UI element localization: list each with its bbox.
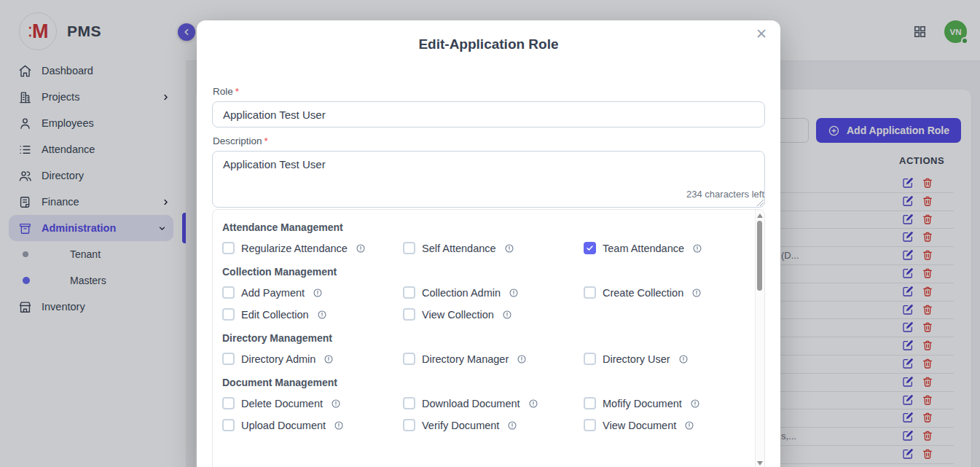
checkbox-label: Directory Admin bbox=[241, 353, 315, 365]
checkbox[interactable] bbox=[584, 397, 596, 409]
info-icon[interactable] bbox=[509, 288, 519, 298]
info-icon[interactable] bbox=[324, 354, 334, 364]
section-title-document: Document Management bbox=[222, 377, 755, 388]
section-title-attendance: Attendance Management bbox=[222, 221, 755, 233]
checkbox[interactable] bbox=[222, 419, 235, 431]
checkbox-grid: Directory Admin Directory Manager Direct… bbox=[222, 353, 755, 365]
description-label: Description* bbox=[213, 136, 268, 146]
checkbox-label: Directory User bbox=[603, 353, 670, 365]
edit-application-role-modal: ✕ Edit-Application Role Role* Descriptio… bbox=[197, 20, 780, 467]
role-input[interactable] bbox=[212, 101, 765, 127]
section-title-directory: Directory Management bbox=[222, 332, 755, 344]
checkbox-label: Regularize Attendance bbox=[241, 243, 348, 254]
section-title-collection: Collection Management bbox=[222, 266, 755, 278]
checkbox[interactable] bbox=[222, 353, 235, 365]
checkbox-directory-admin[interactable]: Directory Admin bbox=[222, 353, 403, 365]
checkbox-team-attendance[interactable]: Team Attendance bbox=[584, 242, 755, 254]
checkbox-mofify-document[interactable]: Mofify Document bbox=[584, 397, 755, 409]
checkbox[interactable] bbox=[222, 397, 235, 409]
textarea-resize-handle[interactable] bbox=[757, 200, 764, 206]
info-icon[interactable] bbox=[691, 288, 702, 298]
checkbox[interactable] bbox=[222, 286, 235, 299]
info-icon[interactable] bbox=[504, 243, 514, 254]
required-asterisk: * bbox=[264, 136, 268, 146]
panel-scrollbar[interactable] bbox=[755, 210, 764, 467]
role-label: Role* bbox=[213, 86, 239, 97]
checkbox[interactable] bbox=[403, 353, 415, 365]
checkbox-label: Verify Document bbox=[422, 420, 499, 431]
checkbox-view-document[interactable]: View Document bbox=[584, 419, 755, 431]
info-icon[interactable] bbox=[690, 399, 700, 409]
checkbox-label: Mofify Document bbox=[603, 398, 682, 409]
info-icon[interactable] bbox=[317, 310, 327, 320]
checkbox-label: Upload Document bbox=[241, 420, 326, 431]
close-icon[interactable]: ✕ bbox=[756, 27, 767, 41]
checkbox-verify-document[interactable]: Verify Document bbox=[403, 419, 584, 431]
checkbox-label: Self Attendance bbox=[422, 243, 496, 254]
checkbox[interactable] bbox=[222, 242, 235, 254]
checkbox-regularize-attendance[interactable]: Regularize Attendance bbox=[222, 242, 403, 254]
checkbox-view-collection[interactable]: View Collection bbox=[403, 308, 584, 321]
application-root: M PMS Dashboard Projects Employees Atten… bbox=[0, 0, 980, 467]
checkbox-label: Add Payment bbox=[241, 287, 305, 299]
info-icon[interactable] bbox=[502, 310, 512, 320]
checkbox-label: Collection Admin bbox=[422, 287, 501, 299]
checkbox-add-payment[interactable]: Add Payment bbox=[222, 286, 403, 299]
scroll-down-arrow-icon[interactable] bbox=[757, 461, 763, 466]
info-icon[interactable] bbox=[684, 420, 694, 431]
checkbox[interactable] bbox=[222, 308, 235, 321]
checkbox-label: Edit Collection bbox=[241, 309, 309, 321]
checkbox-directory-manager[interactable]: Directory Manager bbox=[403, 353, 584, 365]
role-label-text: Role bbox=[213, 86, 233, 97]
checkbox-grid: Delete Document Download Document Mofify… bbox=[222, 397, 755, 431]
checkbox-directory-user[interactable]: Directory User bbox=[584, 353, 755, 365]
checkbox-label: Delete Document bbox=[241, 398, 323, 409]
checkbox-grid: Add Payment Collection Admin Create Coll… bbox=[222, 286, 755, 321]
checkbox-label: View Collection bbox=[422, 309, 494, 321]
required-asterisk: * bbox=[235, 86, 239, 97]
info-icon[interactable] bbox=[528, 399, 538, 409]
info-icon[interactable] bbox=[692, 243, 702, 254]
checkbox-download-document[interactable]: Download Document bbox=[403, 397, 584, 409]
permissions-panel: Attendance Management Regularize Attenda… bbox=[212, 209, 765, 467]
checkbox[interactable] bbox=[403, 308, 415, 321]
checkbox-label: View Document bbox=[603, 420, 676, 431]
modal-title: Edit-Application Role bbox=[197, 20, 780, 52]
checkbox-upload-document[interactable]: Upload Document bbox=[222, 419, 403, 431]
checkbox-collection-admin[interactable]: Collection Admin bbox=[403, 286, 584, 299]
checkbox[interactable] bbox=[403, 286, 415, 299]
description-label-text: Description bbox=[213, 136, 262, 146]
checkbox-label: Directory Manager bbox=[422, 353, 509, 365]
checkbox-delete-document[interactable]: Delete Document bbox=[222, 397, 403, 409]
checkbox-edit-collection[interactable]: Edit Collection bbox=[222, 308, 403, 321]
checkbox-label: Team Attendance bbox=[603, 243, 684, 254]
description-textarea[interactable] bbox=[212, 151, 765, 208]
info-icon[interactable] bbox=[356, 243, 366, 254]
checkbox-label: Create Collection bbox=[603, 287, 683, 299]
permissions-panel-content: Attendance Management Regularize Attenda… bbox=[213, 210, 755, 467]
info-icon[interactable] bbox=[334, 420, 344, 431]
info-icon[interactable] bbox=[678, 354, 689, 364]
checkbox-grid: Regularize Attendance Self Attendance Te… bbox=[222, 242, 755, 254]
checkbox-self-attendance[interactable]: Self Attendance bbox=[403, 242, 584, 254]
checkbox[interactable] bbox=[584, 353, 596, 365]
info-icon[interactable] bbox=[313, 288, 323, 298]
checkbox[interactable] bbox=[403, 397, 415, 409]
info-icon[interactable] bbox=[331, 399, 341, 409]
checkbox-create-collection[interactable]: Create Collection bbox=[584, 286, 755, 299]
checkbox[interactable] bbox=[584, 419, 596, 431]
info-icon[interactable] bbox=[517, 354, 527, 364]
scroll-up-arrow-icon[interactable] bbox=[757, 213, 763, 218]
info-icon[interactable] bbox=[507, 420, 517, 431]
checkbox[interactable] bbox=[584, 242, 596, 254]
checkbox[interactable] bbox=[403, 419, 415, 431]
checkbox-label: Download Document bbox=[422, 398, 520, 409]
characters-left-counter: 234 characters left bbox=[686, 189, 764, 200]
checkbox[interactable] bbox=[403, 242, 415, 254]
scrollbar-thumb[interactable] bbox=[757, 221, 762, 291]
checkbox[interactable] bbox=[584, 286, 596, 299]
